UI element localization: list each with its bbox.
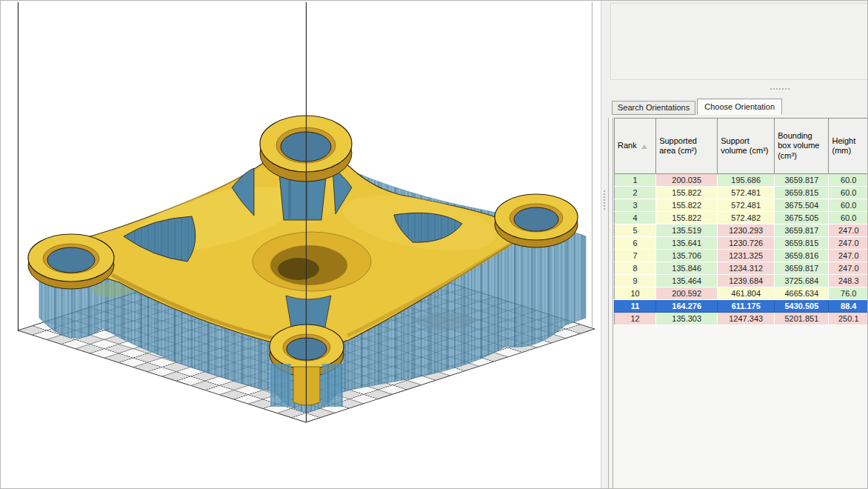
cell-rank: 6 [615, 237, 656, 250]
cell-rank: 1 [615, 174, 656, 187]
cell-support-volume: 611.175 [718, 300, 775, 313]
cell-rank: 5 [615, 224, 656, 237]
table-row[interactable]: 7135.7061231.3253659.816247.0 [615, 250, 868, 262]
ring-left [28, 234, 114, 289]
column-header-supported-area[interactable]: Supported area (cm²) [656, 119, 718, 174]
cell-supported-area: 155.822 [656, 212, 718, 224]
cell-supported-area: 164.276 [656, 300, 718, 313]
cell-bbox-volume: 3675.504 [775, 199, 829, 212]
cell-supported-area: 155.822 [656, 199, 718, 212]
cell-rank: 8 [615, 262, 656, 275]
cell-support-volume: 1247.343 [718, 313, 775, 325]
cell-height: 60.0 [829, 199, 868, 212]
vertical-splitter-handle[interactable] [604, 190, 605, 210]
cell-rank: 10 [615, 287, 656, 300]
orientation-table: RankSupported area (cm²)Support volume (… [614, 118, 868, 325]
table-row[interactable]: 9135.4641239.6843725.684248.3 [615, 275, 868, 287]
cell-height: 247.0 [829, 224, 868, 237]
cell-bbox-volume: 4665.634 [775, 287, 829, 300]
cell-supported-area: 135.519 [656, 224, 718, 237]
cell-bbox-volume: 5201.851 [775, 313, 829, 325]
cell-height: 248.3 [829, 275, 868, 287]
cell-rank: 7 [615, 250, 656, 262]
cell-supported-area: 135.706 [656, 250, 718, 262]
cell-rank: 4 [615, 212, 656, 224]
viewport-3d[interactable] [1, 1, 601, 489]
cell-support-volume: 1231.325 [718, 250, 775, 262]
cell-support-volume: 1230.293 [718, 224, 775, 237]
horizontal-splitter-handle[interactable] [770, 88, 789, 90]
column-header-bbox-volume[interactable]: Bounding box volume (cm³) [775, 119, 829, 174]
ring-right [495, 194, 578, 247]
cell-support-volume: 1234.312 [718, 262, 775, 275]
cell-supported-area: 200.035 [656, 174, 718, 187]
right-panel: Search Orientations Choose Orientation R… [601, 1, 868, 489]
cell-height: 76.0 [829, 287, 868, 300]
table-row[interactable]: 8135.8461234.3123659.817247.0 [615, 262, 868, 275]
options-panel [610, 3, 868, 80]
column-header-label: Rank [618, 141, 637, 150]
cell-bbox-volume: 5430.505 [775, 300, 829, 313]
table-row[interactable]: 2155.822572.4813659.81560.0 [615, 187, 868, 199]
table-row[interactable]: 6135.6411230.7263659.815247.0 [615, 237, 868, 250]
cell-supported-area: 135.464 [656, 275, 718, 287]
cell-supported-area: 135.641 [656, 237, 718, 250]
cell-height: 247.0 [829, 237, 868, 250]
cell-support-volume: 1239.684 [718, 275, 775, 287]
cell-supported-area: 135.846 [656, 262, 718, 275]
cell-height: 250.1 [829, 313, 868, 325]
cell-height: 247.0 [829, 262, 868, 275]
tab-bar: Search Orientations Choose Orientation [612, 98, 782, 115]
cell-height: 60.0 [829, 187, 868, 199]
cell-supported-area: 135.303 [656, 313, 718, 325]
table-header-row: RankSupported area (cm²)Support volume (… [615, 119, 868, 174]
cell-bbox-volume: 3725.684 [775, 275, 829, 287]
cell-height: 60.0 [829, 212, 868, 224]
cell-bbox-volume: 3659.815 [775, 187, 829, 199]
cell-supported-area: 155.822 [656, 187, 718, 199]
column-header-rank[interactable]: Rank [615, 119, 656, 174]
cell-height: 60.0 [829, 174, 868, 187]
table-row[interactable]: 4155.822572.4823675.50560.0 [615, 212, 868, 224]
tab-choose-orientation[interactable]: Choose Orientation [697, 99, 782, 115]
cell-bbox-volume: 3675.505 [775, 212, 829, 224]
table-row[interactable]: 11164.276611.1755430.50588.4 [615, 300, 868, 313]
cell-support-volume: 195.686 [718, 174, 775, 187]
column-header-height[interactable]: Height (mm) [829, 119, 868, 174]
cell-support-volume: 572.481 [718, 199, 775, 212]
tab-search-orientations[interactable]: Search Orientations [612, 101, 695, 115]
table-row[interactable]: 12135.3031247.3435201.851250.1 [615, 313, 868, 325]
sort-asc-icon [641, 144, 647, 149]
cell-bbox-volume: 3659.817 [775, 174, 829, 187]
cell-rank: 9 [615, 275, 656, 287]
table-row[interactable]: 5135.5191230.2933659.817247.0 [615, 224, 868, 237]
cell-support-volume: 1230.726 [718, 237, 775, 250]
table-row[interactable]: 3155.822572.4813675.50460.0 [615, 199, 868, 212]
cell-bbox-volume: 3659.815 [775, 237, 829, 250]
cell-height: 247.0 [829, 250, 868, 262]
cell-supported-area: 200.592 [656, 287, 718, 300]
cell-bbox-volume: 3659.817 [775, 262, 829, 275]
cell-rank: 11 [615, 300, 656, 313]
cell-rank: 3 [615, 199, 656, 212]
application-window: Search Orientations Choose Orientation R… [0, 0, 868, 489]
table-row[interactable]: 1200.035195.6863659.81760.0 [615, 174, 868, 187]
cell-rank: 12 [615, 313, 656, 325]
cell-rank: 2 [615, 187, 656, 199]
cell-support-volume: 461.804 [718, 287, 775, 300]
cell-bbox-volume: 3659.817 [775, 224, 829, 237]
column-header-support-volume[interactable]: Support volume (cm³) [718, 119, 775, 174]
cell-support-volume: 572.481 [718, 187, 775, 199]
scene-3d [1, 1, 601, 489]
row-header-gutter [608, 118, 613, 489]
cell-bbox-volume: 3659.816 [775, 250, 829, 262]
cell-height: 88.4 [829, 300, 868, 313]
table-row[interactable]: 10200.592461.8044665.63476.0 [615, 287, 868, 300]
cell-support-volume: 572.482 [718, 212, 775, 224]
